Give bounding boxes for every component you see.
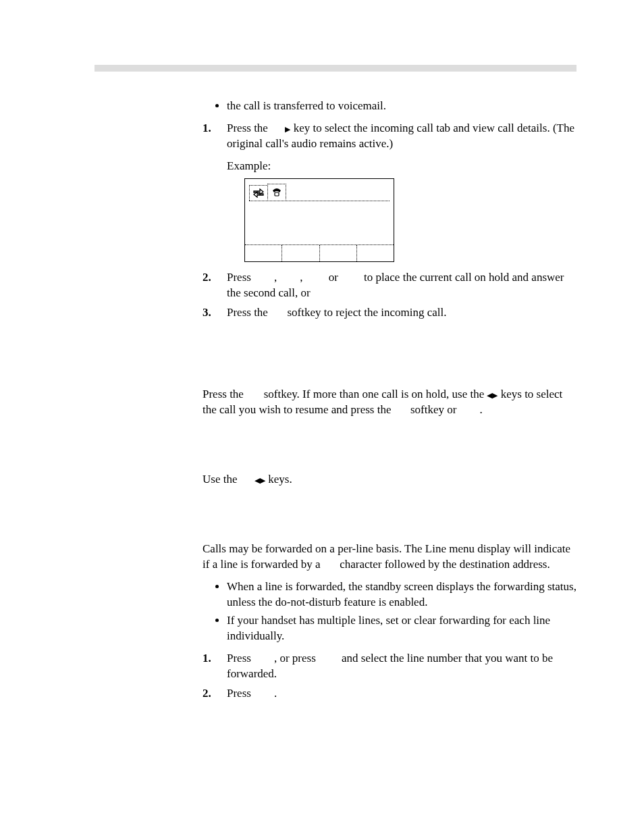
step-text: Press bbox=[227, 271, 254, 284]
tab-transfer bbox=[249, 185, 268, 201]
forward-intro: Calls may be forwarded on a per-line bas… bbox=[203, 542, 576, 573]
key-placeholder-2 bbox=[279, 270, 300, 286]
step-2: 2. Press . bbox=[203, 686, 576, 702]
key-placeholder-4 bbox=[341, 270, 361, 286]
swap-arrows-icon bbox=[253, 186, 264, 200]
text: softkey. If more than one call is on hol… bbox=[261, 388, 487, 400]
body-column: the call is transferred to voicemail. 1.… bbox=[203, 99, 576, 702]
sep-or: or bbox=[325, 271, 341, 284]
text: Press the bbox=[203, 388, 246, 400]
list-item: the call is transferred to voicemail. bbox=[227, 99, 576, 114]
softkey-slot bbox=[320, 245, 357, 261]
nav-key-placeholder bbox=[271, 121, 285, 136]
phone-icon bbox=[271, 185, 282, 199]
arrow-left-icon bbox=[254, 476, 260, 484]
arrow-right-icon bbox=[260, 476, 265, 484]
text: character followed by the destination ad… bbox=[337, 558, 550, 571]
display-tabs-row bbox=[249, 183, 390, 201]
step-number: 2. bbox=[203, 686, 211, 702]
key-placeholder bbox=[254, 651, 274, 667]
step-1: 1. Press the key to select the incoming … bbox=[203, 121, 576, 152]
display-body bbox=[245, 201, 394, 244]
softkey-slot bbox=[282, 245, 319, 261]
softkey-placeholder bbox=[394, 402, 408, 418]
step-number: 1. bbox=[203, 121, 211, 136]
step-3: 3. Press the softkey to reject the incom… bbox=[203, 305, 576, 321]
step-number: 1. bbox=[203, 651, 211, 667]
step-1: 1. Press , or press and select the line … bbox=[203, 651, 576, 682]
sep: , bbox=[300, 271, 306, 284]
step-number: 3. bbox=[203, 305, 211, 321]
sep: , bbox=[274, 271, 280, 284]
list-item: When a line is forwarded, the standby sc… bbox=[227, 579, 576, 610]
bullet-list-top: the call is transferred to voicemail. bbox=[203, 99, 576, 114]
text: Press bbox=[227, 652, 254, 664]
softkey-placeholder bbox=[246, 387, 261, 402]
display-softkey-row bbox=[245, 244, 394, 261]
step-text: Press the bbox=[227, 122, 271, 134]
steps-top: 1. Press the key to select the incoming … bbox=[203, 121, 576, 152]
key-placeholder-3 bbox=[306, 270, 326, 286]
text: , or press bbox=[274, 652, 319, 664]
tab-incoming-call bbox=[267, 184, 286, 201]
text: Use the bbox=[203, 473, 240, 486]
steps-top-2: 2. Press , , or to place the current cal… bbox=[203, 270, 576, 321]
list-item: If your handset has multiple lines, set … bbox=[227, 613, 576, 644]
navigate-paragraph: Use the keys. bbox=[203, 472, 576, 488]
step-text-b: softkey to reject the incoming call. bbox=[284, 306, 446, 319]
svg-rect-0 bbox=[275, 192, 279, 196]
nav-key-placeholder bbox=[240, 472, 254, 488]
key-placeholder-1 bbox=[254, 270, 274, 286]
forward-steps: 1. Press , or press and select the line … bbox=[203, 651, 576, 702]
step-2: 2. Press , , or to place the current cal… bbox=[203, 270, 576, 301]
text: . bbox=[479, 403, 482, 416]
phone-display-diagram bbox=[244, 178, 394, 262]
left-right-arrows bbox=[254, 473, 265, 486]
softkey-placeholder bbox=[271, 305, 284, 321]
text: . bbox=[274, 687, 277, 700]
example-label: Example: bbox=[227, 159, 576, 174]
key-placeholder bbox=[254, 686, 274, 702]
forward-char-placeholder bbox=[323, 557, 337, 573]
softkey-slot bbox=[245, 245, 282, 261]
step-text: Press the bbox=[227, 306, 271, 319]
key-placeholder bbox=[319, 651, 339, 667]
step-number: 2. bbox=[203, 270, 211, 286]
resume-paragraph: Press the softkey. If more than one call… bbox=[203, 387, 576, 418]
text: softkey or bbox=[408, 403, 460, 416]
text: keys. bbox=[265, 473, 292, 486]
softkey-slot bbox=[357, 245, 394, 261]
text: Press bbox=[227, 687, 254, 700]
header-divider bbox=[95, 65, 576, 72]
key-placeholder bbox=[460, 402, 480, 418]
left-right-arrows bbox=[487, 388, 498, 400]
forward-bullets: When a line is forwarded, the standby sc… bbox=[203, 579, 576, 644]
